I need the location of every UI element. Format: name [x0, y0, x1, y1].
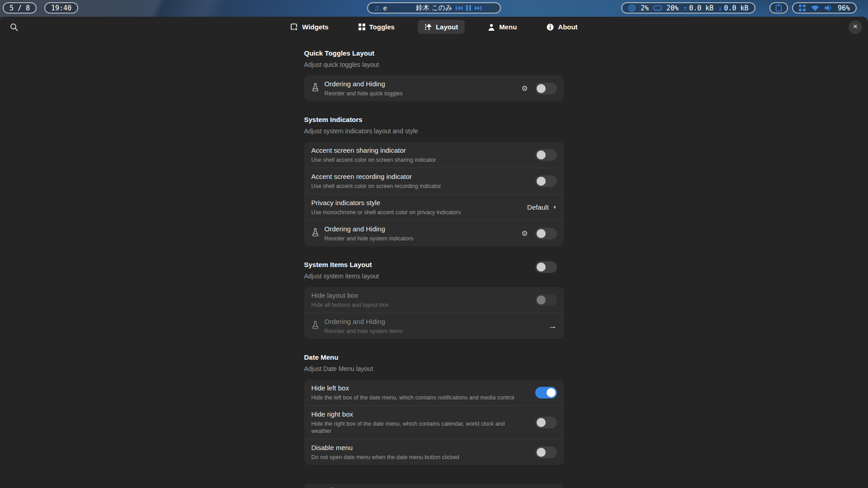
- partially-visible-card: How The: [304, 484, 564, 488]
- cpu-icon: [628, 4, 636, 12]
- section-subtitle: Adjust Date Menu layout: [304, 365, 564, 373]
- system-stats-indicator[interactable]: 2% 20% ↑ 0.0 kB ↓ 0.0 kB: [621, 2, 755, 14]
- tab-bar: Widgets Toggles: [0, 20, 868, 34]
- preferences-window: Widgets Toggles: [0, 17, 868, 488]
- gear-icon[interactable]: ⚙: [521, 230, 528, 237]
- layout-sort-icon: [425, 23, 432, 31]
- privacy-style-dropdown[interactable]: Default ▼: [527, 203, 557, 211]
- experiment-flask-icon: [311, 83, 319, 94]
- net-down-value: 0.0 kB: [724, 4, 748, 12]
- toggle-disable-menu[interactable]: [535, 446, 557, 458]
- row-subtitle: Use shell accent color on screen sharing…: [311, 156, 524, 164]
- toggle-accent-screen-sharing[interactable]: [535, 149, 557, 161]
- clipboard-indicator[interactable]: [769, 2, 788, 14]
- tab-layout[interactable]: Layout: [418, 20, 465, 34]
- section-header-date-menu: Date Menu Adjust Date Menu layout: [304, 353, 564, 373]
- next-track-icon[interactable]: [475, 5, 481, 11]
- cpu-usage: 2%: [641, 4, 649, 12]
- row-hide-right-box: Hide right box Hide the right box of the…: [304, 405, 564, 439]
- chevron-down-icon: ▼: [553, 205, 557, 210]
- media-player-label: e: [383, 4, 387, 12]
- person-icon: [488, 23, 495, 31]
- music-note-icon: ♫: [374, 4, 380, 13]
- volume-icon: [825, 5, 832, 11]
- close-icon[interactable]: ×: [849, 20, 862, 34]
- row-title: Ordering and Hiding: [325, 80, 514, 88]
- toggle-knob: [537, 418, 546, 427]
- toggle-accent-screen-recording[interactable]: [535, 175, 557, 187]
- row-subtitle: Hide the right box of the date menu, whi…: [311, 420, 524, 435]
- row-subtitle: Reorder and hide system items: [325, 328, 537, 335]
- toggle-ordering-quick-toggles[interactable]: [535, 83, 557, 94]
- row-title: Ordering and Hiding: [325, 317, 540, 326]
- section-title: System Indicators: [304, 115, 564, 124]
- toggle-knob: [537, 229, 546, 238]
- toggle-hide-left-box[interactable]: [535, 387, 557, 399]
- toggle-knob: [537, 84, 546, 93]
- row-hide-left-box: Hide left box Hide the left box of the d…: [304, 380, 564, 405]
- info-icon: [547, 23, 554, 31]
- media-player-indicator[interactable]: ♫ e 鈴木 このみ: [367, 2, 501, 14]
- toggle-knob: [537, 150, 546, 160]
- toggle-knob: [537, 177, 546, 186]
- row-title: Hide layout box: [311, 291, 527, 300]
- tab-label: Toggles: [369, 23, 395, 31]
- card-date-menu: Hide left box Hide the left box of the d…: [304, 380, 564, 465]
- toggle-system-items-layout[interactable]: [535, 261, 557, 273]
- toggles-grid-icon: [359, 23, 365, 30]
- tab-toggles[interactable]: Toggles: [352, 20, 401, 34]
- download-arrow-icon: ↓: [718, 4, 722, 12]
- section-subtitle: Adjust system indicators layout and styl…: [304, 127, 564, 135]
- row-title: Accent screen recording indicator: [311, 172, 527, 181]
- row-ordering-hiding-indicators: Ordering and Hiding Reorder and hide sys…: [304, 220, 564, 246]
- tab-menu[interactable]: Menu: [481, 20, 524, 34]
- pause-icon[interactable]: [466, 5, 471, 11]
- row-ordering-hiding-system-items[interactable]: Ordering and Hiding Reorder and hide sys…: [304, 313, 564, 339]
- row-subtitle: Reorder and hide system indicators: [325, 235, 514, 242]
- row-subtitle: Use monochrome or shell accent color on …: [311, 209, 519, 216]
- previous-track-icon[interactable]: [456, 5, 462, 11]
- experiment-flask-icon: [311, 228, 319, 239]
- top-bar: 5 / 8 19:40 ♫ e 鈴木 このみ 2%: [0, 0, 868, 17]
- toggle-knob: [537, 263, 546, 272]
- toggle-knob: [537, 448, 546, 457]
- toggle-hide-layout-box[interactable]: [535, 294, 557, 306]
- toggle-hide-right-box[interactable]: [535, 417, 557, 428]
- row-hide-layout-box: Hide layout box Hide all buttons and lay…: [304, 287, 564, 313]
- toggle-ordering-indicators[interactable]: [535, 228, 557, 239]
- row-title: Privacy indicators style: [311, 198, 519, 207]
- memory-usage: 20%: [666, 4, 679, 12]
- gear-icon[interactable]: ⚙: [521, 85, 528, 92]
- tab-label: Menu: [499, 23, 517, 31]
- section-title: System Items Layout: [304, 260, 535, 269]
- clock-label: 19:40: [51, 4, 71, 12]
- section-header-system-items-layout: System Items Layout Adjust system items …: [304, 260, 564, 280]
- card-system-indicators: Accent screen sharing indicator Use shel…: [304, 142, 564, 246]
- section-header-quick-toggles-layout: Quick Toggles Layout Adjust quick toggle…: [304, 49, 564, 69]
- row-subtitle: Hide all buttons and layout box: [311, 301, 524, 309]
- tab-widgets[interactable]: Widgets: [283, 20, 335, 34]
- row-privacy-indicators-style: Privacy indicators style Use monochrome …: [304, 194, 564, 220]
- row-subtitle: Use shell accent color on screen recordi…: [311, 183, 524, 190]
- system-menu-indicator[interactable]: 96%: [792, 2, 857, 14]
- section-header-system-indicators: System Indicators Adjust system indicato…: [304, 115, 564, 135]
- section-subtitle: Adjust quick toggles layout: [304, 61, 564, 69]
- card-quick-toggles: Ordering and Hiding Reorder and hide qui…: [304, 75, 564, 101]
- row-subtitle: Do not open date menu when the date menu…: [311, 454, 524, 461]
- row-title: Accent screen sharing indicator: [311, 146, 527, 155]
- apps-grid-icon: [799, 5, 806, 11]
- row-title: How The: [304, 484, 564, 488]
- row-title: Hide left box: [311, 384, 527, 392]
- workspace-label: 5 / 8: [9, 4, 30, 12]
- row-subtitle: Reorder and hide quick toggles: [325, 90, 514, 97]
- net-up-value: 0.0 kB: [689, 4, 713, 12]
- workspace-indicator[interactable]: 5 / 8: [3, 2, 37, 14]
- header-bar: Widgets Toggles: [0, 17, 868, 38]
- row-title: Disable menu: [311, 443, 527, 452]
- tab-label: Layout: [436, 23, 458, 31]
- tab-about[interactable]: About: [540, 20, 584, 34]
- row-subtitle: Hide the left box of the date menu, whic…: [311, 394, 524, 401]
- widgets-icon: [290, 23, 298, 31]
- clipboard-icon: [775, 4, 782, 12]
- clock-indicator[interactable]: 19:40: [44, 2, 78, 14]
